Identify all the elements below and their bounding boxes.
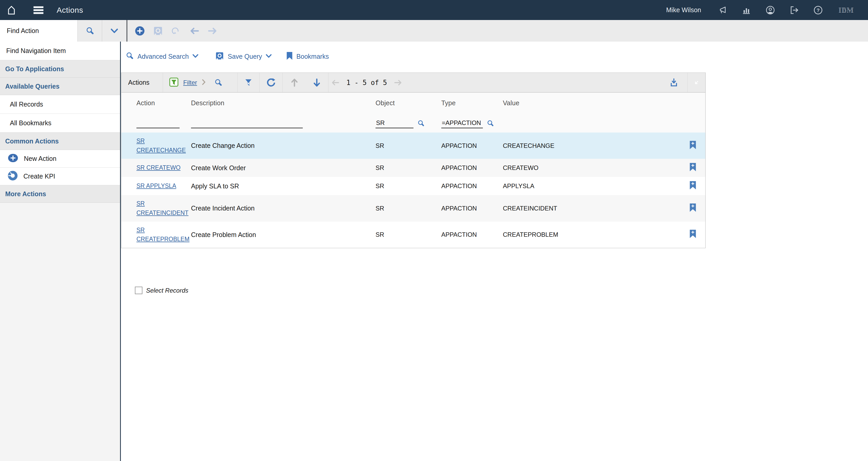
ibm-logo: IBM (836, 4, 856, 16)
filter-table-icon[interactable] (169, 78, 179, 88)
main-content: Advanced Search Save Query (121, 41, 868, 461)
sidebar-item-label: New Action (24, 155, 56, 162)
filter-object-input[interactable] (375, 119, 413, 128)
filter-type-input[interactable] (441, 119, 483, 128)
table-row[interactable]: SR CREATEPROBLEM Create Problem Action S… (121, 222, 705, 248)
save-query-button[interactable]: Save Query (215, 52, 272, 61)
query-bar: Advanced Search Save Query (126, 52, 868, 61)
value-cell: APPLYSLA (503, 179, 680, 193)
sidebar-item-more-actions[interactable]: More Actions (0, 185, 120, 203)
value-cell: CREATECHANGE (503, 138, 680, 153)
type-cell: APPACTION (441, 227, 503, 242)
previous-page-button[interactable] (331, 79, 340, 86)
announcement-icon[interactable] (717, 4, 728, 16)
clear-changes-button[interactable] (171, 26, 181, 36)
find-search-button[interactable] (78, 20, 102, 41)
save-query-icon (215, 52, 224, 61)
refresh-button[interactable] (266, 78, 276, 88)
chevron-down-icon (192, 54, 198, 59)
type-cell: APPACTION (441, 179, 503, 193)
new-record-button[interactable] (135, 26, 145, 36)
value-cell: CREATEPROBLEM (503, 227, 680, 242)
table-row[interactable]: SR CREATEWO Create Work Order SR APPACTI… (121, 159, 705, 177)
column-header-type[interactable]: Type (441, 99, 503, 107)
column-header-description[interactable]: Description (191, 99, 375, 107)
clear-filter-button[interactable] (244, 78, 253, 87)
download-button[interactable] (669, 78, 679, 87)
filter-controls: Filter (163, 73, 238, 92)
table-row[interactable]: SR APPLYSLA Apply SLA to SR SR APPACTION… (121, 177, 705, 195)
filter-description-input[interactable] (191, 119, 303, 128)
profile-icon[interactable] (765, 4, 776, 16)
table-row[interactable]: SR CREATECHANGE Create Change Action SR … (121, 132, 705, 159)
help-icon[interactable]: ? (812, 4, 824, 16)
bookmark-icon[interactable] (689, 181, 696, 191)
type-lookup-icon[interactable] (487, 120, 494, 128)
sidebar-item-all-bookmarks[interactable]: All Bookmarks (0, 114, 120, 132)
filter-link[interactable]: Filter (183, 79, 197, 86)
find-record-input[interactable] (6, 27, 72, 35)
select-records: Select Records (135, 287, 188, 294)
next-row-button[interactable] (313, 78, 321, 87)
description-cell: Apply SLA to SR (191, 179, 375, 194)
action-link[interactable]: SR CREATEWO (136, 163, 181, 173)
table-search-button[interactable] (214, 79, 222, 87)
bookmark-icon[interactable] (689, 203, 696, 214)
chevron-down-icon (266, 54, 272, 59)
action-link[interactable]: SR CREATEPROBLEM (136, 225, 190, 244)
sidebar-item-label: Create KPI (23, 173, 55, 180)
bookmark-ribbon-icon (286, 52, 292, 61)
find-options-chevron[interactable] (102, 20, 127, 41)
description-cell: Create Work Order (191, 160, 375, 176)
bookmark-icon[interactable] (689, 141, 696, 151)
column-header-value[interactable]: Value (503, 99, 680, 107)
bookmark-icon[interactable] (689, 163, 696, 173)
page-title: Actions (57, 6, 83, 14)
action-link[interactable]: SR CREATECHANGE (136, 136, 190, 155)
sidebar-item-available-queries[interactable]: Available Queries (0, 78, 120, 95)
next-record-button[interactable] (207, 26, 218, 36)
previous-record-button[interactable] (189, 26, 199, 36)
object-cell: SR (375, 227, 441, 242)
find-navigation-item[interactable]: Find Navigation Item (0, 41, 120, 60)
object-lookup-icon[interactable] (417, 120, 425, 128)
menu-icon[interactable] (32, 3, 45, 17)
object-cell: SR (375, 201, 441, 216)
user-name[interactable]: Mike Wilson (666, 6, 701, 14)
value-cell: CREATEWO (503, 160, 680, 176)
sidebar-item-common-actions[interactable]: Common Actions (0, 132, 120, 150)
sidebar-item-go-to-applications[interactable]: Go To Applications (0, 60, 120, 78)
minimize-table-button[interactable] (692, 78, 701, 87)
filter-action-input[interactable] (136, 119, 180, 128)
bookmarks-button[interactable]: Bookmarks (286, 52, 329, 61)
advanced-search-button[interactable]: Advanced Search (126, 52, 198, 61)
logout-icon[interactable] (788, 4, 800, 16)
reports-icon[interactable] (741, 4, 752, 16)
table-row[interactable]: SR CREATEINCIDENT Create Incident Action… (121, 195, 705, 221)
column-header-action[interactable]: Action (121, 99, 191, 107)
sidebar-item-create-kpi[interactable]: Create KPI (0, 167, 120, 185)
sidebar-item-all-records[interactable]: All Records (0, 95, 120, 114)
type-cell: APPACTION (441, 138, 503, 153)
next-page-button[interactable] (394, 79, 403, 86)
table-header: Action Description Object Type Value (121, 93, 705, 132)
save-record-button[interactable] (153, 26, 163, 36)
navbar-right: Mike Wilson ? IBM (666, 4, 868, 16)
home-icon[interactable] (5, 3, 18, 17)
sidebar-item-new-action[interactable]: New Action (0, 150, 120, 167)
previous-row-button[interactable] (290, 78, 298, 87)
select-records-label: Select Records (146, 287, 188, 294)
object-cell: SR (375, 179, 441, 193)
bookmark-icon[interactable] (689, 229, 696, 240)
select-records-checkbox[interactable] (135, 287, 143, 294)
description-cell: Create Change Action (191, 138, 375, 153)
action-link[interactable]: SR CREATEINCIDENT (136, 199, 190, 217)
object-cell: SR (375, 138, 441, 153)
search-icon (126, 52, 134, 61)
top-navbar: Actions Mike Wilson ? IBM (0, 0, 868, 20)
action-link[interactable]: SR APPLYSLA (136, 181, 176, 191)
plus-circle-icon (8, 154, 18, 164)
maximo-actions-app: Actions Mike Wilson ? IBM (0, 0, 868, 461)
chevron-right-icon[interactable] (202, 79, 206, 86)
column-header-object[interactable]: Object (375, 99, 441, 107)
